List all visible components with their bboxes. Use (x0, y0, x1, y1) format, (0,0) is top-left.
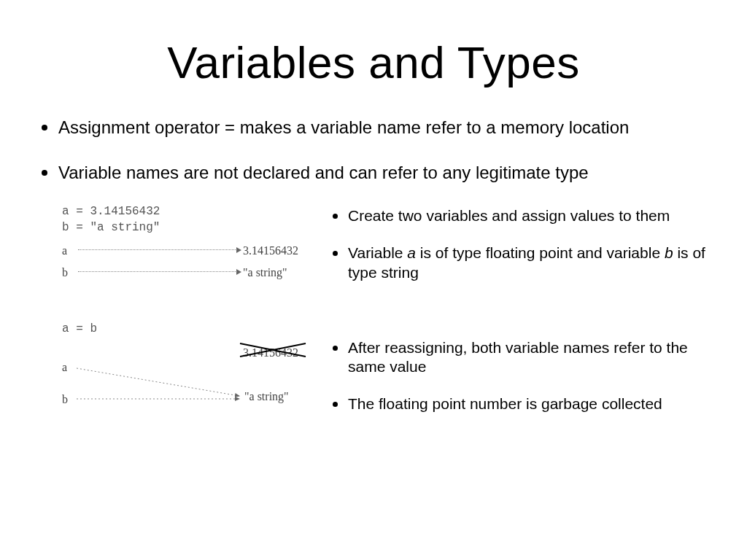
diagram2-pointer-diagram: a b "a string" (62, 361, 317, 405)
note-create-two-variables: Create two variables and assign values t… (348, 204, 714, 225)
main-bullet-list: Assignment operator = makes a variable n… (33, 114, 714, 184)
diagram1-row-a: a 3.14156432 (62, 244, 317, 257)
diagram2-row-a-old: 3.14156432 (62, 346, 317, 359)
note-fragment: is of type floating point and variable (416, 244, 665, 261)
diagram-column: a = 3.14156432 b = "a string" a 3.141564… (33, 204, 317, 430)
bullet-assignment-operator: Assignment operator = makes a variable n… (58, 114, 714, 139)
var-label-a: a (62, 244, 77, 257)
arrows-svg (75, 364, 244, 405)
spacer (62, 288, 317, 322)
diagram2-code: a = b (62, 322, 317, 338)
value-string: "a string" (243, 266, 287, 279)
notes-list-top: Create two variables and assign values t… (326, 204, 714, 282)
cross-out-icon (239, 342, 311, 359)
note-fragment: Variable (348, 244, 407, 261)
notes-column: Create two variables and assign values t… (317, 204, 714, 430)
var-label-a: a (62, 361, 67, 374)
note-types: Variable a is of type floating point and… (348, 241, 714, 282)
code-line: a = b (62, 322, 317, 338)
diagram1-code: a = 3.14156432 b = "a string" (62, 204, 317, 236)
slide: Variables and Types Assignment operator … (0, 0, 747, 560)
code-line: a = 3.14156432 (62, 204, 317, 220)
var-b-italic: b (665, 244, 673, 261)
notes-list-bottom: After reassigning, both variable names r… (326, 336, 714, 414)
var-label-b: b (62, 266, 77, 279)
bullet-variable-names: Variable names are not declared and can … (58, 159, 714, 184)
var-a-italic: a (407, 244, 416, 261)
value-float: 3.14156432 (243, 244, 298, 257)
svg-line-2 (77, 368, 239, 396)
value-float-crossed: 3.14156432 (243, 346, 298, 359)
value-string: "a string" (244, 390, 289, 403)
arrow-icon (78, 271, 239, 272)
page-title: Variables and Types (33, 36, 714, 88)
content-row: a = 3.14156432 b = "a string" a 3.141564… (33, 204, 714, 430)
note-after-reassigning: After reassigning, both variable names r… (348, 336, 714, 377)
diagram1-row-b: b "a string" (62, 266, 317, 279)
spacer (326, 298, 714, 336)
var-label-b: b (62, 393, 68, 406)
note-garbage-collected: The floating point number is garbage col… (348, 392, 714, 413)
arrow-icon (78, 249, 239, 250)
code-line: b = "a string" (62, 220, 317, 236)
